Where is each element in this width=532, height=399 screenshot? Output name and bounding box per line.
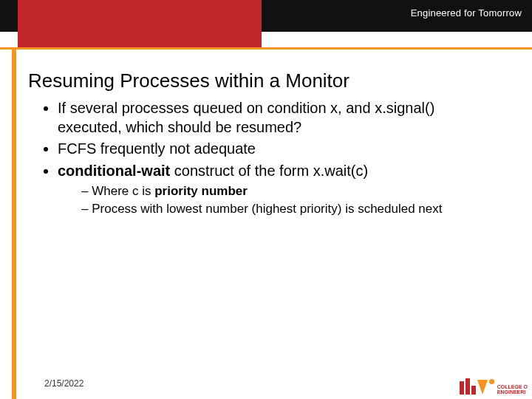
sub-bullet-item: Where c is priority number — [81, 183, 504, 200]
sub-bullet-list: Where c is priority number Process with … — [58, 183, 504, 217]
sub-bullet-bold: priority number — [154, 184, 248, 198]
accent-block — [18, 0, 262, 47]
bullet-text: If several processes queued on condition… — [58, 100, 434, 116]
logo-text-line: COLLEGE O — [497, 384, 528, 389]
bullet-item: conditional-wait construct of the form x… — [58, 162, 504, 217]
footer-date: 2/15/2022 — [44, 378, 83, 389]
divider-vertical — [12, 47, 16, 399]
bullet-text: construct of the form x.wait(c) — [170, 163, 368, 179]
bullet-item: If several processes queued on condition… — [58, 99, 504, 137]
bullet-bold: conditional-wait — [58, 163, 170, 179]
logo-text: COLLEGE O ENGINEERI — [497, 384, 528, 395]
bullet-list: If several processes queued on condition… — [38, 99, 504, 217]
logo-text-line: ENGINEERI — [497, 389, 528, 395]
sub-bullet-text: Where c is — [92, 184, 154, 198]
bullet-text: executed, which should be resumed? — [58, 119, 301, 135]
logo-dot-icon — [489, 379, 494, 384]
logo: COLLEGE O ENGINEERI — [460, 378, 528, 395]
bullet-text: FCFS frequently not adequate — [58, 140, 256, 157]
slide-body: If several processes queued on condition… — [38, 99, 504, 220]
sub-bullet-item: Process with lowest number (highest prio… — [81, 201, 504, 217]
tagline: Engineered for Tomorrow — [411, 7, 522, 18]
slide: Engineered for Tomorrow Resuming Process… — [0, 0, 532, 399]
logo-m-icon — [460, 378, 476, 395]
sub-bullet-text: Process with lowest number (highest prio… — [92, 202, 442, 216]
bullet-item: FCFS frequently not adequate — [58, 140, 504, 159]
logo-v-icon — [477, 380, 488, 395]
divider-horizontal — [0, 47, 532, 50]
slide-title: Resuming Processes within a Monitor — [28, 69, 349, 92]
